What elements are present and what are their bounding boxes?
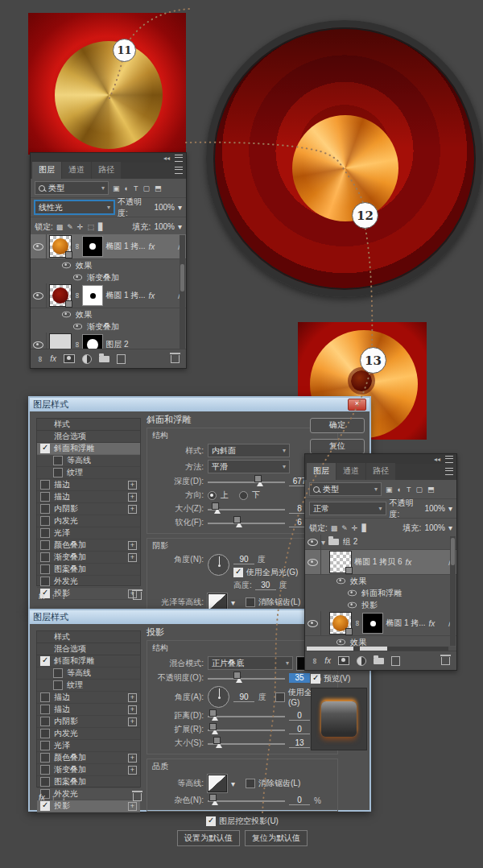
collapse-icon[interactable]: ◂◂ [163, 155, 170, 162]
add-mask-icon[interactable] [64, 354, 75, 363]
set-default-button[interactable]: 设置为默认值 [177, 830, 240, 846]
spread-value[interactable]: 0 [289, 725, 310, 734]
visibility-eye-icon[interactable] [308, 559, 318, 566]
tabs-menu-icon[interactable] [175, 167, 183, 174]
add-effect-icon[interactable] [128, 766, 137, 775]
add-effect-icon[interactable] [128, 541, 137, 550]
new-layer-icon[interactable] [117, 354, 126, 364]
ok-button[interactable]: 确定 [310, 418, 365, 433]
filter-smartobject-icon[interactable]: ⬒ [427, 486, 436, 494]
blend-mode-select[interactable]: 正片叠底▾ [208, 656, 293, 670]
visibility-eye-icon[interactable] [33, 341, 43, 349]
filter-type-icon[interactable]: T [133, 184, 139, 192]
add-effect-icon[interactable] [128, 505, 137, 514]
layer-row[interactable]: 椭圆 1 拷...fx ∧ [31, 283, 186, 308]
delete-layer-icon[interactable] [171, 355, 180, 363]
add-mask-icon[interactable] [338, 656, 349, 665]
reset-button[interactable]: 复位 [310, 439, 365, 454]
layer-thumbnail[interactable] [49, 333, 72, 349]
tabs-menu-icon[interactable] [445, 468, 453, 475]
noise-value[interactable]: 0 [289, 796, 310, 805]
angle-dial[interactable] [208, 554, 229, 576]
style-checkbox[interactable] [53, 456, 63, 465]
style-list-item[interactable]: 斜面和浮雕 [37, 443, 140, 455]
bevel-style-select[interactable]: 内斜面▾ [208, 444, 290, 457]
add-layer-style-icon[interactable]: fx [324, 656, 331, 665]
lock-transparent-icon[interactable]: ▩ [331, 524, 338, 532]
fill-value[interactable]: 100% [424, 523, 445, 532]
style-list-item[interactable]: 描边 [37, 491, 140, 503]
style-checkbox[interactable] [40, 528, 50, 538]
fx-badge[interactable]: fx [149, 242, 155, 251]
add-effect-icon[interactable] [128, 693, 137, 702]
style-checkbox[interactable] [40, 444, 50, 453]
style-list-item[interactable]: 图案叠加 [37, 776, 140, 788]
style-list-item[interactable]: 等高线 [37, 455, 140, 467]
vertical-scrollbar[interactable] [450, 536, 456, 646]
direction-up-radio[interactable] [208, 491, 217, 500]
opacity-caret-icon[interactable]: ▾ [178, 203, 182, 212]
style-list-item[interactable]: 颜色叠加 [37, 752, 140, 764]
style-checkbox[interactable] [40, 656, 50, 666]
filter-pixel-icon[interactable]: ▣ [385, 486, 394, 494]
style-list-item[interactable]: 内发光 [37, 728, 140, 740]
reset-default-button[interactable]: 复位为默认值 [245, 830, 308, 846]
filter-shape-icon[interactable]: ▢ [142, 184, 151, 192]
layer-effect-row[interactable]: 渐变叠加 [31, 320, 186, 333]
link-layers-icon[interactable] [37, 356, 43, 362]
style-checkbox[interactable] [40, 516, 50, 526]
direction-down-radio[interactable] [239, 491, 248, 500]
lock-move-icon[interactable]: ✛ [352, 524, 358, 532]
vertical-scrollbar[interactable] [180, 235, 185, 349]
layer-effect-row[interactable]: 效果 [31, 259, 186, 271]
angle-dial[interactable] [208, 686, 229, 708]
angle-value[interactable]: 90 [233, 555, 254, 564]
visibility-eye-icon[interactable] [308, 539, 318, 546]
antialias-checkbox[interactable]: 消除锯齿(L) [246, 778, 300, 789]
layer-effect-row[interactable]: 效果 [31, 308, 186, 320]
fx-icon[interactable]: fx [39, 592, 45, 601]
mask-link-icon[interactable] [74, 341, 80, 347]
add-effect-icon[interactable] [128, 705, 137, 714]
dialog-titlebar[interactable]: 图层样式 × [30, 398, 369, 411]
depth-slider[interactable] [208, 477, 285, 486]
blend-mode-select[interactable]: 线性光▾ [35, 200, 114, 214]
style-list-item[interactable]: 内阴影 [37, 716, 140, 728]
effect-eye-icon[interactable] [73, 324, 82, 330]
filter-shape-icon[interactable]: ▢ [415, 486, 423, 494]
opacity-slider[interactable] [208, 674, 285, 683]
move-up-icon[interactable]: ↑ [52, 592, 56, 601]
style-checkbox[interactable] [40, 717, 50, 726]
style-checkbox[interactable] [40, 729, 50, 738]
style-checkbox[interactable] [40, 741, 50, 750]
panel-menu-icon[interactable] [175, 155, 183, 162]
effect-eye-icon[interactable] [73, 275, 82, 281]
move-down-icon[interactable]: ↓ [62, 793, 66, 802]
layer-thumbnail[interactable] [329, 612, 352, 634]
layer-effect-row[interactable]: 效果 [305, 636, 456, 647]
style-list-item[interactable]: 混合选项 [37, 643, 140, 655]
soften-slider[interactable] [208, 519, 285, 527]
visibility-eye-icon[interactable] [33, 292, 43, 300]
effect-eye-icon[interactable] [62, 312, 71, 318]
lock-artboard-icon[interactable]: ⬚ [87, 223, 94, 231]
lock-move-icon[interactable]: ✛ [77, 223, 84, 231]
style-checkbox[interactable] [40, 692, 50, 702]
layer-thumbnail[interactable] [329, 551, 352, 573]
style-list-item[interactable]: 内发光 [37, 515, 140, 527]
filter-smartobject-icon[interactable]: ⬒ [154, 184, 163, 192]
layer-effect-row[interactable]: 投影 [305, 599, 456, 611]
style-list-item[interactable]: 外发光 [37, 576, 140, 588]
new-group-icon[interactable] [374, 658, 384, 664]
style-checkbox[interactable] [40, 504, 50, 514]
size-value[interactable]: 13 [289, 738, 310, 748]
add-layer-style-icon[interactable]: fx [50, 354, 56, 363]
effect-eye-icon[interactable] [336, 578, 345, 585]
fx-badge[interactable]: fx [429, 619, 436, 628]
filter-type-select[interactable]: 类型▾ [35, 181, 109, 195]
style-checkbox[interactable] [40, 564, 50, 574]
distance-value[interactable]: 0 [289, 711, 310, 721]
filter-type-icon[interactable]: T [406, 486, 412, 494]
style-list-item[interactable]: 等高线 [37, 668, 140, 680]
close-icon[interactable]: × [348, 399, 366, 411]
